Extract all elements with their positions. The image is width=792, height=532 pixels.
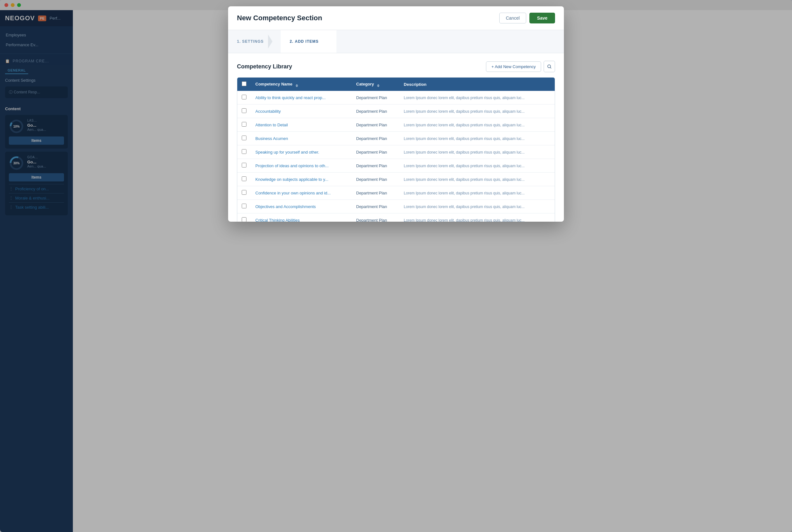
select-all-checkbox[interactable]	[242, 81, 246, 86]
table-row: Ability to think quickly and react prop.…	[237, 91, 555, 104]
table-row: Accountability Department Plan Lorem Ips…	[237, 104, 555, 118]
row-name-5: Projection of ideas and opinions to oth.…	[251, 159, 352, 173]
step-settings[interactable]: 1. SETTINGS	[228, 30, 281, 53]
row-name-0: Ability to think quickly and react prop.…	[251, 91, 352, 104]
sort-icon-category	[377, 84, 379, 87]
modal: New Competency Section Cancel Save 1. SE…	[228, 10, 564, 222]
step-arrow-1	[268, 35, 272, 49]
row-category-6: Department Plan	[352, 173, 399, 186]
row-checkbox-input-1[interactable]	[242, 108, 246, 113]
row-name-9: Critical Thinking Abilities	[251, 213, 352, 222]
svg-line-5	[550, 68, 551, 69]
sort-icon-name	[296, 84, 298, 87]
row-name-link-9[interactable]: Critical Thinking Abilities	[255, 218, 300, 222]
row-category-7: Department Plan	[352, 186, 399, 200]
row-category-0: Department Plan	[352, 91, 399, 104]
library-header: Competency Library + Add New Competency	[237, 61, 555, 72]
row-name-1: Accountability	[251, 104, 352, 118]
category-label: Category	[356, 82, 374, 87]
row-checkbox-5[interactable]	[237, 159, 251, 173]
table-header-row: Competency Name Category	[237, 78, 555, 91]
add-competency-button[interactable]: + Add New Competency	[486, 61, 541, 72]
row-checkbox-8[interactable]	[237, 200, 251, 213]
row-name-link-1[interactable]: Accountability	[255, 109, 281, 114]
step-1-number: 1.	[237, 39, 241, 44]
row-description-9: Lorem Ipsum donec lorem elit, dapibus pr…	[399, 213, 555, 222]
step-add-items[interactable]: 2. ADD ITEMS	[281, 30, 336, 53]
modal-overlay: New Competency Section Cancel Save 1. SE…	[73, 10, 792, 532]
row-category-4: Department Plan	[352, 145, 399, 159]
row-checkbox-input-0[interactable]	[242, 95, 246, 99]
table-row: Confidence in your own opinions and id..…	[237, 186, 555, 200]
row-checkbox-3[interactable]	[237, 132, 251, 145]
category-header[interactable]: Category	[352, 78, 399, 91]
row-checkbox-4[interactable]	[237, 145, 251, 159]
row-name-4: Speaking up for yourself and other.	[251, 145, 352, 159]
table-row: Objectives and Accomplishments Departmen…	[237, 200, 555, 213]
row-description-8: Lorem Ipsum donec lorem elit, dapibus pr…	[399, 200, 555, 213]
row-checkbox-7[interactable]	[237, 186, 251, 200]
row-description-3: Lorem Ipsum donec lorem elit, dapibus pr…	[399, 132, 555, 145]
table-row: Attention to Detail Department Plan Lore…	[237, 118, 555, 132]
row-checkbox-input-2[interactable]	[242, 122, 246, 127]
table-body: Ability to think quickly and react prop.…	[237, 91, 555, 222]
row-name-link-7[interactable]: Confidence in your own opinions and id..…	[255, 191, 331, 195]
row-checkbox-6[interactable]	[237, 173, 251, 186]
row-checkbox-9[interactable]	[237, 213, 251, 222]
row-checkbox-input-3[interactable]	[242, 135, 246, 140]
row-category-9: Department Plan	[352, 213, 399, 222]
step-2-number: 2.	[289, 39, 294, 44]
step-arrow-2	[323, 35, 327, 49]
row-checkbox-2[interactable]	[237, 118, 251, 132]
modal-actions: Cancel Save	[499, 13, 555, 23]
row-description-7: Lorem Ipsum donec lorem elit, dapibus pr…	[399, 186, 555, 200]
row-category-2: Department Plan	[352, 118, 399, 132]
row-checkbox-input-7[interactable]	[242, 190, 246, 195]
competency-table: Competency Name Category	[237, 77, 555, 222]
row-description-6: Lorem Ipsum donec lorem elit, dapibus pr…	[399, 173, 555, 186]
row-category-5: Department Plan	[352, 159, 399, 173]
description-label: Description	[404, 82, 427, 87]
table-row: Business Acumen Department Plan Lorem Ip…	[237, 132, 555, 145]
row-name-6: Knowledge on subjects applicable to y...	[251, 173, 352, 186]
step-2-label: ADD ITEMS	[295, 39, 319, 44]
row-checkbox-input-5[interactable]	[242, 163, 246, 168]
table-row: Knowledge on subjects applicable to y...…	[237, 173, 555, 186]
table: Competency Name Category	[237, 78, 555, 222]
search-button[interactable]	[544, 61, 555, 72]
row-name-link-0[interactable]: Ability to think quickly and react prop.…	[255, 95, 326, 100]
row-checkbox-input-8[interactable]	[242, 204, 246, 208]
row-name-link-4[interactable]: Speaking up for yourself and other.	[255, 150, 319, 154]
row-description-2: Lorem Ipsum donec lorem elit, dapibus pr…	[399, 118, 555, 132]
cancel-button[interactable]: Cancel	[499, 13, 527, 23]
step-1-label: SETTINGS	[242, 39, 264, 44]
row-name-link-2[interactable]: Attention to Detail	[255, 122, 288, 127]
row-name-link-3[interactable]: Business Acumen	[255, 136, 288, 141]
row-category-8: Department Plan	[352, 200, 399, 213]
row-checkbox-input-9[interactable]	[242, 217, 246, 222]
row-name-link-5[interactable]: Projection of ideas and opinions to oth.…	[255, 164, 328, 168]
svg-point-4	[548, 65, 551, 68]
row-description-5: Lorem Ipsum donec lorem elit, dapibus pr…	[399, 159, 555, 173]
save-button[interactable]: Save	[529, 13, 555, 23]
main-content: New Competency Section Cancel Save 1. SE…	[73, 10, 792, 532]
search-icon	[547, 64, 552, 69]
row-description-1: Lorem Ipsum donec lorem elit, dapibus pr…	[399, 104, 555, 118]
row-checkbox-input-4[interactable]	[242, 149, 246, 154]
steps-bar: 1. SETTINGS 2. ADD ITEMS	[228, 30, 564, 53]
row-checkbox-0[interactable]	[237, 91, 251, 104]
row-name-8: Objectives and Accomplishments	[251, 200, 352, 213]
competency-name-label: Competency Name	[255, 82, 293, 87]
row-checkbox-input-6[interactable]	[242, 176, 246, 181]
competency-name-header[interactable]: Competency Name	[251, 78, 352, 91]
checkbox-header[interactable]	[237, 78, 251, 91]
table-row: Speaking up for yourself and other. Depa…	[237, 145, 555, 159]
description-header: Description	[399, 78, 555, 91]
library-actions: + Add New Competency	[486, 61, 555, 72]
row-name-link-8[interactable]: Objectives and Accomplishments	[255, 204, 316, 209]
row-name-link-6[interactable]: Knowledge on subjects applicable to y...	[255, 177, 328, 182]
row-category-3: Department Plan	[352, 132, 399, 145]
row-checkbox-1[interactable]	[237, 104, 251, 118]
row-description-4: Lorem Ipsum donec lorem elit, dapibus pr…	[399, 145, 555, 159]
row-name-3: Business Acumen	[251, 132, 352, 145]
